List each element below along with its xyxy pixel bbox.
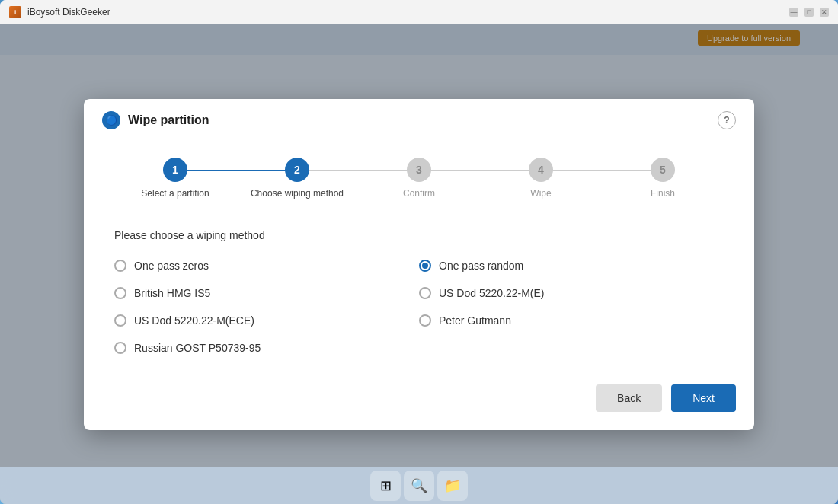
app-icon: i (9, 6, 21, 18)
option-one-pass-zeros-label: One pass zeros (134, 260, 209, 272)
option-russian-gost[interactable]: Russian GOST P50739-95 (114, 342, 419, 354)
back-button[interactable]: Back (596, 384, 662, 412)
radio-peter-gutmann[interactable] (419, 314, 431, 327)
option-russian-gost-label: Russian GOST P50739-95 (134, 342, 261, 354)
option-peter-gutmann[interactable]: Peter Gutmann (419, 314, 724, 327)
maximize-button[interactable]: □ (804, 8, 814, 17)
app-content: Upgrade to full version 🔵 Wipe partition… (0, 24, 838, 504)
step-4: 4 Wipe (480, 158, 602, 199)
option-one-pass-random[interactable]: One pass random (419, 260, 724, 272)
step-4-label: Wipe (530, 188, 551, 199)
wiping-method-options: One pass zeros One pass random British H… (114, 260, 724, 354)
option-us-dod-e-label: US Dod 5220.22-M(E) (439, 287, 545, 299)
titlebar: i iBoysoft DiskGeeker — □ ✕ (0, 0, 838, 24)
taskbar-icons: ⊞ 🔍 📁 (370, 471, 468, 501)
step-2-circle: 2 (285, 158, 309, 182)
help-button[interactable]: ? (718, 111, 736, 129)
taskbar: ⊞ 🔍 📁 (0, 467, 838, 504)
step-5-label: Finish (651, 188, 675, 199)
taskbar-search-icon[interactable]: 🔍 (404, 471, 434, 501)
radio-us-dod-ece[interactable] (114, 314, 126, 327)
option-british-hmg-label: British HMG IS5 (134, 287, 210, 299)
option-us-dod-ece[interactable]: US Dod 5220.22-M(ECE) (114, 314, 419, 327)
close-button[interactable]: ✕ (820, 8, 829, 17)
modal-footer: Back Next (84, 372, 754, 430)
next-button[interactable]: Next (671, 384, 736, 412)
option-us-dod-ece-label: US Dod 5220.22-M(ECE) (134, 314, 254, 327)
taskbar-start-icon[interactable]: ⊞ (370, 471, 401, 501)
option-british-hmg[interactable]: British HMG IS5 (114, 287, 419, 299)
minimize-button[interactable]: — (789, 8, 798, 17)
modal-header: 🔵 Wipe partition ? (84, 99, 754, 139)
step-3-label: Confirm (403, 188, 435, 199)
option-one-pass-random-label: One pass random (439, 260, 523, 272)
option-peter-gutmann-label: Peter Gutmann (439, 314, 511, 327)
modal-title: Wipe partition (128, 113, 210, 127)
step-indicator: 1 Select a partition 2 Choose wiping met… (84, 139, 754, 211)
step-1: 1 Select a partition (114, 158, 236, 199)
step-5: 5 Finish (602, 158, 724, 199)
wipe-partition-dialog: 🔵 Wipe partition ? 1 Select a partition (84, 99, 754, 430)
step-2-label: Choose wiping method (251, 188, 344, 199)
modal-overlay: 🔵 Wipe partition ? 1 Select a partition (0, 24, 838, 504)
step-5-circle: 5 (651, 158, 675, 182)
step-4-circle: 4 (529, 158, 553, 182)
modal-title-row: 🔵 Wipe partition (102, 111, 210, 129)
step-3-circle: 3 (407, 158, 431, 182)
radio-one-pass-zeros[interactable] (114, 260, 126, 272)
step-1-circle: 1 (163, 158, 187, 182)
radio-one-pass-random[interactable] (419, 260, 431, 272)
radio-british-hmg[interactable] (114, 287, 126, 299)
step-3: 3 Confirm (358, 158, 480, 199)
step-2: 2 Choose wiping method (236, 158, 358, 199)
option-one-pass-zeros[interactable]: One pass zeros (114, 260, 419, 272)
option-us-dod-e[interactable]: US Dod 5220.22-M(E) (419, 287, 724, 299)
step-1-label: Select a partition (141, 188, 209, 199)
window-controls: — □ ✕ (789, 8, 829, 17)
taskbar-files-icon[interactable]: 📁 (437, 471, 468, 501)
section-title: Please choose a wiping method (114, 229, 724, 241)
modal-icon: 🔵 (102, 111, 120, 129)
app-window: i iBoysoft DiskGeeker — □ ✕ Upgrade to f… (0, 0, 838, 504)
modal-body: Please choose a wiping method One pass z… (84, 211, 754, 372)
radio-russian-gost[interactable] (114, 342, 126, 354)
titlebar-title: iBoysoft DiskGeeker (27, 7, 789, 18)
radio-us-dod-e[interactable] (419, 287, 431, 299)
